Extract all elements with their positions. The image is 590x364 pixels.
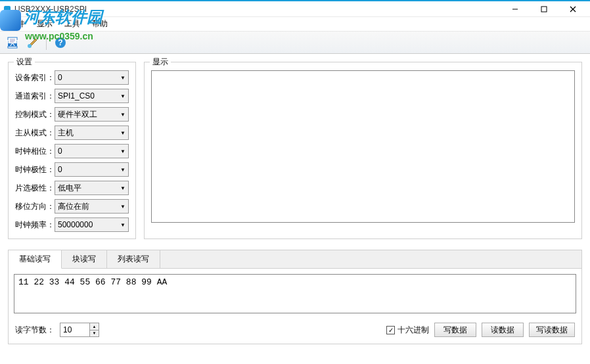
- bottom-tab-panel: 基础读写 块读写 列表读写 11 22 33 44 55 66 77 88 99…: [8, 250, 582, 344]
- tab-list-rw[interactable]: 列表读写: [107, 250, 160, 268]
- select-device-index[interactable]: 0▼: [55, 70, 129, 85]
- row-channel-index: 通道索引： SPI1_CS0▼: [15, 89, 129, 103]
- chevron-down-icon: ▼: [120, 112, 125, 118]
- title-bar: USB2XXX-USB2SPI: [0, 0, 590, 17]
- chevron-down-icon: ▼: [120, 167, 125, 173]
- display-output-area[interactable]: [151, 70, 575, 223]
- tab-block-rw[interactable]: 块读写: [62, 250, 107, 268]
- label-clock-phase: 时钟相位：: [15, 146, 55, 157]
- spin-down-icon[interactable]: ▼: [89, 330, 99, 337]
- hex-checkbox[interactable]: ✓ 十六进制: [386, 325, 429, 336]
- chevron-down-icon: ▼: [120, 93, 125, 99]
- row-clock-polarity: 时钟极性： 0▼: [15, 162, 129, 177]
- label-clock-polarity: 时钟极性：: [15, 164, 55, 175]
- select-clock-freq[interactable]: 50000000▼: [55, 217, 129, 232]
- hex-input[interactable]: 11 22 33 44 55 66 77 88 99 AA: [14, 274, 576, 313]
- toolbar-help-icon[interactable]: ?: [52, 34, 69, 51]
- write-read-button[interactable]: 写读数据: [529, 323, 575, 337]
- row-clock-phase: 时钟相位： 0▼: [15, 144, 129, 158]
- svg-text:?: ?: [58, 38, 62, 47]
- toolbar-txt-icon[interactable]: TXT: [4, 34, 21, 51]
- read-button[interactable]: 读数据: [482, 323, 524, 337]
- row-cs-polarity: 片选极性： 低电平▼: [15, 181, 129, 195]
- svg-point-11: [28, 44, 32, 48]
- label-control-mode: 控制模式：: [15, 109, 55, 120]
- label-device-index: 设备索引：: [15, 72, 55, 83]
- select-clock-phase[interactable]: 0▼: [55, 144, 129, 158]
- hex-checkbox-label: 十六进制: [397, 325, 429, 336]
- row-clock-freq: 时钟频率： 50000000▼: [15, 217, 129, 232]
- checkbox-box: ✓: [386, 326, 395, 334]
- settings-group: 设置 设备索引： 0▼ 通道索引： SPI1_CS0▼ 控制模式： 硬件半双工▼…: [8, 62, 136, 239]
- label-master-slave: 主从模式：: [15, 127, 55, 139]
- main-content: 设置 设备索引： 0▼ 通道索引： SPI1_CS0▼ 控制模式： 硬件半双工▼…: [0, 54, 590, 247]
- close-button[interactable]: [558, 1, 587, 17]
- label-read-bytes: 读字节数：: [15, 325, 55, 336]
- action-row: 读字节数： 10 ▲ ▼ ✓ 十六进制 写数据 读数据 写读数据: [9, 319, 581, 344]
- chevron-down-icon: ▼: [120, 222, 125, 228]
- menu-tools[interactable]: 工具: [59, 17, 85, 31]
- display-group: 显示: [144, 62, 582, 239]
- spin-up-icon[interactable]: ▲: [89, 323, 99, 330]
- tab-basic-rw[interactable]: 基础读写: [9, 250, 62, 269]
- row-device-index: 设备索引： 0▼: [15, 70, 129, 85]
- select-channel-index[interactable]: SPI1_CS0▼: [55, 89, 129, 103]
- select-master-slave[interactable]: 主机▼: [55, 125, 129, 140]
- select-control-mode[interactable]: 硬件半双工▼: [55, 107, 129, 122]
- read-bytes-spinner[interactable]: 10 ▲ ▼: [60, 323, 99, 337]
- write-button[interactable]: 写数据: [434, 323, 476, 337]
- svg-rect-0: [4, 6, 11, 12]
- svg-rect-2: [541, 7, 547, 12]
- label-clock-freq: 时钟频率：: [15, 219, 55, 231]
- chevron-down-icon: ▼: [120, 75, 125, 81]
- select-cs-polarity[interactable]: 低电平▼: [55, 181, 129, 195]
- maximize-button[interactable]: [530, 1, 558, 17]
- chevron-down-icon: ▼: [120, 130, 125, 136]
- row-shift-dir: 移位方向： 高位在前▼: [15, 199, 129, 214]
- label-cs-polarity: 片选极性：: [15, 183, 55, 194]
- select-shift-dir[interactable]: 高位在前▼: [55, 199, 129, 214]
- display-title: 显示: [150, 57, 171, 68]
- toolbar-brush-icon[interactable]: [24, 34, 41, 51]
- select-clock-polarity[interactable]: 0▼: [55, 162, 129, 177]
- row-control-mode: 控制模式： 硬件半双工▼: [15, 107, 129, 122]
- chevron-down-icon: ▼: [120, 148, 125, 154]
- window-title: USB2XXX-USB2SPI: [14, 5, 501, 14]
- settings-title: 设置: [14, 57, 35, 68]
- chevron-down-icon: ▼: [120, 204, 125, 210]
- menu-help[interactable]: 帮助: [87, 17, 113, 31]
- row-master-slave: 主从模式： 主机▼: [15, 125, 129, 140]
- toolbar: TXT ?: [0, 32, 590, 54]
- toolbar-separator: [46, 35, 47, 50]
- label-shift-dir: 移位方向：: [15, 201, 55, 212]
- menu-file[interactable]: 文件: [4, 17, 30, 31]
- chevron-down-icon: ▼: [120, 185, 125, 191]
- svg-text:TXT: TXT: [6, 39, 19, 48]
- tab-bar: 基础读写 块读写 列表读写: [9, 250, 581, 269]
- minimize-button[interactable]: [501, 1, 530, 17]
- menu-display[interactable]: 显示: [32, 17, 58, 31]
- app-icon: [3, 5, 12, 14]
- label-channel-index: 通道索引：: [15, 91, 55, 102]
- menu-bar: 文件 显示 工具 帮助: [0, 17, 590, 32]
